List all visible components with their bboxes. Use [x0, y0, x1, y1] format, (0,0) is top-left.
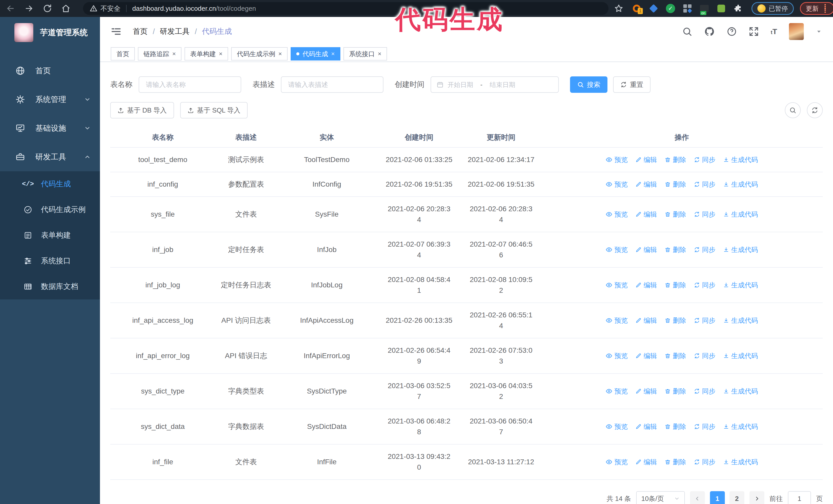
edit-button[interactable]: 编辑 [635, 179, 657, 190]
security-chip[interactable]: 不安全 [90, 4, 120, 13]
import-db-button[interactable]: 基于 DB 导入 [110, 102, 174, 118]
page-tab[interactable]: 表单构建 × [185, 47, 228, 61]
extension-icon[interactable] [717, 4, 726, 13]
delete-button[interactable]: 删除 [665, 421, 686, 432]
sidebar-item-home[interactable]: 首页 [0, 56, 100, 85]
delete-button[interactable]: 删除 [665, 154, 686, 165]
preview-button[interactable]: 预览 [606, 457, 628, 467]
close-icon[interactable]: × [331, 51, 335, 57]
import-sql-button[interactable]: 基于 SQL 导入 [180, 102, 248, 118]
preview-button[interactable]: 预览 [606, 154, 628, 165]
date-range-picker[interactable]: 开始日期 - 结束日期 [431, 76, 559, 93]
extension-icon[interactable]: ✓ [666, 4, 675, 13]
edit-button[interactable]: 编辑 [635, 154, 657, 165]
help-icon[interactable] [727, 26, 737, 37]
generate-code-button[interactable]: 生成代码 [723, 457, 758, 467]
extension-icon[interactable] [683, 4, 692, 13]
sidebar-item-code-generation[interactable]: </> 代码生成 [0, 171, 100, 197]
close-icon[interactable]: × [378, 51, 381, 57]
preview-button[interactable]: 预览 [606, 280, 628, 290]
sidebar-item-database-docs[interactable]: 数据库文档 [0, 274, 100, 299]
preview-button[interactable]: 预览 [606, 315, 628, 326]
fullscreen-icon[interactable] [749, 26, 759, 37]
puzzle-extension-icon[interactable] [734, 4, 743, 13]
delete-button[interactable]: 删除 [665, 244, 686, 255]
generate-code-button[interactable]: 生成代码 [723, 386, 758, 397]
sidebar-toggle-icon[interactable] [111, 26, 121, 37]
sync-button[interactable]: 同步 [694, 351, 715, 361]
close-icon[interactable]: × [278, 51, 282, 57]
extension-icon[interactable]: 1 [632, 4, 641, 13]
page-tab[interactable]: 代码生成示例 × [231, 47, 288, 61]
edit-button[interactable]: 编辑 [635, 315, 657, 326]
edit-button[interactable]: 编辑 [635, 209, 657, 220]
extension-icon[interactable] [649, 4, 658, 13]
delete-button[interactable]: 删除 [665, 280, 686, 290]
avatar[interactable] [789, 23, 804, 40]
generate-code-button[interactable]: 生成代码 [723, 315, 758, 326]
app-logo[interactable]: 芋道管理系统 [0, 17, 100, 47]
profile-paused-chip[interactable]: 已暂停 [752, 2, 794, 15]
sidebar-item-system-management[interactable]: 系统管理 [0, 85, 100, 114]
close-icon[interactable]: × [172, 51, 176, 57]
update-browser-button[interactable]: 更新 ⋮⋮ [800, 2, 833, 15]
delete-button[interactable]: 删除 [665, 315, 686, 326]
reset-button[interactable]: 重置 [613, 76, 650, 93]
edit-button[interactable]: 编辑 [635, 421, 657, 432]
preview-button[interactable]: 预览 [606, 179, 628, 190]
generate-code-button[interactable]: 生成代码 [723, 421, 758, 432]
back-icon[interactable] [6, 4, 15, 13]
refresh-table-button[interactable] [807, 102, 823, 118]
close-icon[interactable]: × [219, 51, 222, 57]
sync-button[interactable]: 同步 [694, 179, 715, 190]
preview-button[interactable]: 预览 [606, 351, 628, 361]
font-size-icon[interactable]: tT [771, 27, 777, 36]
goto-page-input[interactable] [788, 491, 811, 504]
sync-button[interactable]: 同步 [694, 209, 715, 220]
address-bar[interactable]: 不安全 dashboard.yudao.iocoder.cn/tool/code… [83, 2, 609, 15]
generate-code-button[interactable]: 生成代码 [723, 209, 758, 220]
search-icon[interactable] [682, 26, 692, 37]
sidebar-item-dev-tools[interactable]: 研发工具 [0, 143, 100, 171]
edit-button[interactable]: 编辑 [635, 386, 657, 397]
sync-button[interactable]: 同步 [694, 421, 715, 432]
sync-button[interactable]: 同步 [694, 386, 715, 397]
table-desc-input[interactable] [281, 76, 383, 93]
table-name-input[interactable] [139, 76, 241, 93]
generate-code-button[interactable]: 生成代码 [723, 351, 758, 361]
search-button[interactable]: 搜索 [570, 76, 608, 93]
delete-button[interactable]: 删除 [665, 209, 686, 220]
caret-down-icon[interactable] [815, 28, 822, 35]
page-tab[interactable]: 代码生成 × [291, 47, 340, 61]
preview-button[interactable]: 预览 [606, 421, 628, 432]
edit-button[interactable]: 编辑 [635, 244, 657, 255]
delete-button[interactable]: 删除 [665, 179, 686, 190]
page-number-button[interactable]: 2 [730, 491, 744, 504]
bookmark-star-icon[interactable] [614, 4, 623, 13]
prev-page-button[interactable] [690, 491, 705, 504]
home-icon[interactable] [61, 4, 71, 13]
page-tab[interactable]: 首页 [111, 47, 135, 61]
preview-button[interactable]: 预览 [606, 209, 628, 220]
sync-button[interactable]: 同步 [694, 457, 715, 467]
preview-button[interactable]: 预览 [606, 386, 628, 397]
delete-button[interactable]: 删除 [665, 457, 686, 467]
breadcrumb-dev-tools[interactable]: 研发工具 [160, 26, 190, 37]
edit-button[interactable]: 编辑 [635, 351, 657, 361]
sidebar-item-infrastructure[interactable]: 基础设施 [0, 114, 100, 143]
sidebar-item-code-generation-example[interactable]: 代码生成示例 [0, 197, 100, 222]
reload-icon[interactable] [43, 4, 52, 13]
more-menu-icon[interactable]: ⋮⋮ [822, 5, 828, 12]
page-tab[interactable]: 系统接口 × [343, 47, 387, 61]
page-tab[interactable]: 链路追踪 × [138, 47, 182, 61]
delete-button[interactable]: 删除 [665, 386, 686, 397]
sync-button[interactable]: 同步 [694, 280, 715, 290]
next-page-button[interactable] [749, 491, 764, 504]
edit-button[interactable]: 编辑 [635, 457, 657, 467]
delete-button[interactable]: 删除 [665, 351, 686, 361]
breadcrumb-home[interactable]: 首页 [133, 26, 148, 37]
generate-code-button[interactable]: 生成代码 [723, 154, 758, 165]
generate-code-button[interactable]: 生成代码 [723, 244, 758, 255]
extension-icon[interactable]: on [700, 4, 709, 13]
preview-button[interactable]: 预览 [606, 244, 628, 255]
